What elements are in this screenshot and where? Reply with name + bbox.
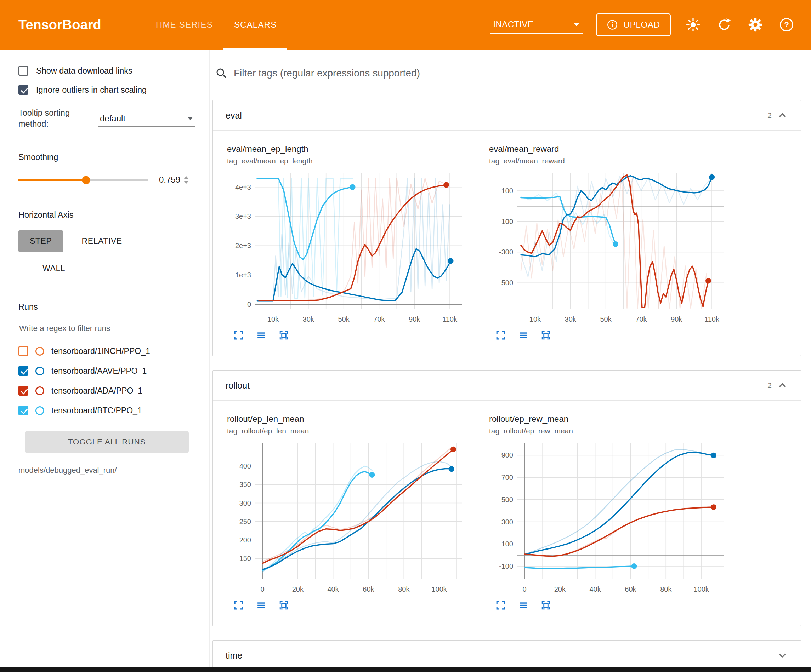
tensorboard-logo: TensorBoard (0, 0, 144, 49)
run-label: tensorboard/BTC/PPO_1 (51, 406, 142, 415)
tab-scalars[interactable]: SCALARS (224, 0, 287, 49)
svg-text:10k: 10k (267, 315, 279, 323)
run-row-aave[interactable]: tensorboard/AAVE/PPO_1 (19, 366, 195, 376)
expand-chart-button[interactable] (494, 599, 507, 611)
fit-domain-icon (540, 330, 551, 341)
chevron-down-icon (187, 117, 193, 120)
collapse-section-button[interactable] (777, 380, 788, 391)
svg-text:40k: 40k (589, 585, 601, 593)
chart-tag: tag: rollout/ep_len_mean (227, 427, 468, 435)
collapse-section-button[interactable] (777, 110, 788, 121)
run-checkbox[interactable] (19, 366, 28, 376)
data-table-button[interactable] (517, 329, 529, 342)
section-title: rollout (226, 381, 250, 391)
smoothing-slider[interactable] (19, 179, 148, 181)
show-download-links-row[interactable]: Show data download links (19, 66, 195, 76)
divider (19, 291, 195, 291)
run-row-btc[interactable]: tensorboard/BTC/PPO_1 (19, 406, 195, 415)
ignore-outliers-row[interactable]: Ignore outliers in chart scaling (19, 85, 195, 95)
section-header-time[interactable]: time (213, 640, 801, 670)
svg-text:200: 200 (239, 536, 251, 544)
svg-text:110k: 110k (704, 315, 719, 323)
run-row-1inch[interactable]: tensorboard/1INCH/PPO_1 (19, 346, 195, 356)
help-button[interactable]: ? (778, 16, 796, 34)
spinner-down-icon[interactable] (184, 181, 189, 184)
svg-text:100k: 100k (694, 585, 709, 593)
fit-domain-button[interactable] (540, 599, 552, 611)
data-table-button[interactable] (254, 599, 267, 611)
run-color-swatch (36, 386, 44, 395)
chart-title: eval/mean_ep_length (227, 144, 468, 154)
smoothing-slider-thumb[interactable] (82, 176, 90, 184)
tab-time-series[interactable]: TIME SERIES (144, 0, 224, 49)
smoothing-value-input[interactable] (159, 175, 182, 185)
svg-text:100k: 100k (431, 585, 447, 593)
chart-plot[interactable]: -100100300500700900020k40k60k80k100k (489, 438, 730, 598)
svg-text:30k: 30k (565, 315, 577, 323)
chart-toolbar (489, 599, 730, 611)
fit-domain-icon (540, 600, 551, 611)
chart-title: rollout/ep_rew_mean (489, 414, 730, 424)
horizontal-axis-step-button[interactable]: STEP (19, 230, 63, 252)
fullscreen-icon (495, 330, 506, 341)
run-row-ada[interactable]: tensorboard/ADA/PPO_1 (19, 386, 195, 396)
chart-plot[interactable]: 100-100-300-50010k30k50k70k90k110k (489, 168, 730, 327)
chart-toolbar (489, 329, 730, 342)
data-table-button[interactable] (254, 329, 267, 342)
upload-button[interactable]: UPLOAD (596, 14, 671, 36)
section-title: time (226, 650, 242, 661)
ignore-outliers-checkbox[interactable] (19, 85, 28, 95)
expand-chart-button[interactable] (494, 329, 507, 342)
section-header-rollout[interactable]: rollout 2 (213, 371, 801, 401)
svg-text:0: 0 (247, 300, 251, 308)
refresh-button[interactable] (715, 16, 733, 34)
run-checkbox[interactable] (19, 386, 28, 396)
fit-domain-icon (278, 330, 289, 341)
settings-button[interactable] (747, 16, 764, 34)
three-lines-icon (256, 600, 267, 611)
app-header: TensorBoard TIME SERIES SCALARS INACTIVE… (0, 0, 811, 49)
fit-domain-icon (278, 600, 289, 611)
tooltip-sorting-select[interactable]: default (98, 111, 195, 127)
tag-filter-input[interactable] (234, 68, 798, 79)
content: Show data download links Ignore outliers… (0, 49, 811, 672)
svg-text:60k: 60k (363, 585, 374, 593)
expand-chart-button[interactable] (232, 599, 245, 611)
divider (19, 198, 195, 199)
svg-text:30k: 30k (303, 315, 314, 323)
svg-text:-500: -500 (499, 279, 513, 287)
run-checkbox[interactable] (19, 346, 28, 356)
fullscreen-icon (233, 600, 244, 611)
fit-domain-button[interactable] (277, 599, 290, 611)
run-label: tensorboard/1INCH/PPO_1 (51, 347, 150, 356)
expand-chart-button[interactable] (232, 329, 245, 342)
horizontal-axis-wall-button[interactable]: WALL (31, 257, 76, 279)
nav-tabs: TIME SERIES SCALARS (144, 0, 288, 49)
svg-text:0: 0 (260, 585, 264, 593)
fit-domain-button[interactable] (277, 329, 290, 342)
fit-domain-button[interactable] (540, 329, 552, 342)
bottom-edge-bar (0, 667, 811, 672)
toggle-all-runs-button[interactable]: TOGGLE ALL RUNS (25, 431, 189, 453)
section-count: 2 (767, 111, 772, 120)
fullscreen-icon (233, 330, 244, 341)
brightness-toggle-button[interactable] (684, 16, 702, 34)
horizontal-axis-relative-button[interactable]: RELATIVE (70, 230, 133, 252)
three-lines-icon (518, 600, 529, 611)
status-dropdown[interactable]: INACTIVE (490, 16, 583, 34)
spinner-up-icon[interactable] (184, 176, 189, 179)
svg-text:20k: 20k (292, 585, 304, 593)
runs-filter-input[interactable] (19, 321, 195, 336)
runs-base-directory: models/debugged_eval_run/ (19, 466, 195, 475)
data-table-button[interactable] (517, 599, 529, 611)
expand-section-button[interactable] (777, 650, 788, 661)
run-checkbox[interactable] (19, 406, 28, 415)
svg-text:3e+3: 3e+3 (235, 212, 251, 220)
chart-plot[interactable]: 150200250300350400020k40k60k80k100k (227, 438, 468, 598)
chart-canvas: 150200250300350400020k40k60k80k100k (227, 438, 468, 598)
svg-text:60k: 60k (625, 585, 636, 593)
chart-plot[interactable]: 01e+32e+33e+34e+310k30k50k70k90k110k (227, 168, 468, 327)
smoothing-spinner[interactable] (184, 176, 189, 184)
show-download-links-checkbox[interactable] (19, 66, 28, 76)
section-header-eval[interactable]: eval 2 (213, 100, 801, 130)
